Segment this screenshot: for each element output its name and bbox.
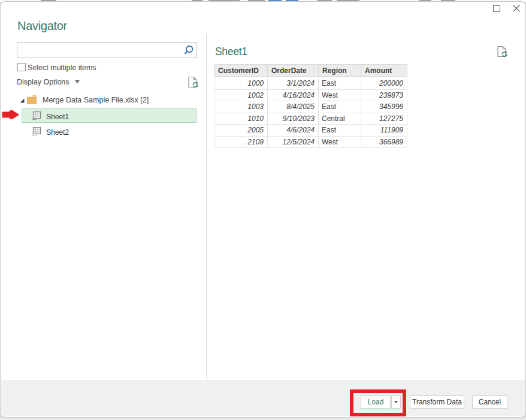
search-box[interactable] [17, 42, 197, 58]
cell-region: East [319, 125, 361, 137]
dialog-title: Navigator [17, 19, 67, 33]
column-header[interactable]: CustomerID [214, 64, 268, 77]
cell-region: East [319, 78, 361, 90]
navigator-dialog-screen: Navigator Select multiple items Display … [0, 0, 526, 420]
preview-title: Sheet1 [215, 46, 247, 58]
cell-region: West [319, 137, 361, 149]
cell-orderdate: 4/16/2024 [268, 90, 319, 102]
close-icon [512, 4, 521, 13]
cell-customerid: 1000 [214, 78, 268, 90]
cell-region: West [319, 90, 361, 102]
table-row: 1000 3/1/2024 East 200000 [214, 78, 407, 90]
folder-icon [27, 95, 37, 104]
tree-root-label[interactable]: Merge Data Sample File.xlsx [2] [43, 96, 149, 104]
cell-orderdate: 12/5/2024 [268, 137, 319, 149]
cancel-button-label: Cancel [479, 398, 501, 406]
search-input[interactable] [20, 43, 182, 57]
table-header-row: CustomerID OrderDate Region Amount [214, 64, 407, 77]
panel-divider [206, 34, 207, 379]
cell-amount: 127275 [361, 113, 407, 125]
cell-orderdate: 4/6/2024 [268, 125, 319, 137]
tree-item-sheet1-label[interactable]: Sheet1 [46, 113, 69, 121]
cell-amount: 239873 [361, 90, 407, 102]
cell-customerid: 1003 [214, 101, 268, 113]
worksheet-icon [32, 111, 41, 120]
cell-customerid: 2109 [214, 137, 268, 149]
background-bottom-sliver [0, 418, 526, 420]
table-row: 2005 4/6/2024 East 111909 [214, 125, 407, 137]
table-row: 1003 8/4/2025 East 345996 [214, 101, 407, 113]
column-header[interactable]: Amount [361, 64, 407, 77]
cell-amount: 111909 [361, 125, 407, 137]
column-header[interactable]: OrderDate [268, 64, 319, 77]
refresh-preview-icon[interactable] [497, 46, 507, 58]
cell-region: East [319, 101, 361, 113]
cell-orderdate: 8/4/2025 [268, 101, 319, 113]
cell-customerid: 1010 [214, 113, 268, 125]
table-row: 1002 4/16/2024 West 239873 [214, 90, 407, 102]
chevron-down-icon [75, 80, 80, 83]
maximize-button[interactable] [493, 5, 500, 12]
cell-customerid: 2005 [214, 125, 268, 137]
preview-table: CustomerID OrderDate Region Amount 1000 … [214, 64, 407, 148]
cell-amount: 366989 [361, 137, 407, 149]
red-box-annotation [350, 389, 406, 416]
search-icon[interactable] [183, 45, 194, 56]
tree-expander-icon[interactable] [20, 98, 25, 103]
refresh-preview-icon[interactable] [188, 76, 198, 88]
close-button[interactable] [512, 4, 521, 13]
cell-amount: 345996 [361, 101, 407, 113]
column-header[interactable]: Region [319, 64, 361, 77]
cancel-button[interactable]: Cancel [472, 395, 507, 409]
cell-orderdate: 9/10/2023 [268, 113, 319, 125]
transform-data-button[interactable]: Transform Data [410, 395, 464, 409]
tree-item-sheet2-label[interactable]: Sheet2 [46, 128, 69, 137]
transform-button-label: Transform Data [412, 398, 462, 406]
select-multiple-checkbox[interactable] [17, 63, 26, 71]
cell-amount: 200000 [361, 78, 407, 90]
cell-customerid: 1002 [214, 90, 268, 102]
table-row: 2109 12/5/2024 West 366989 [214, 137, 407, 149]
display-options-label: Display Options [17, 78, 69, 86]
table-row: 1010 9/10/2023 Central 127275 [214, 113, 407, 125]
worksheet-icon [32, 127, 41, 136]
cell-orderdate: 3/1/2024 [268, 78, 319, 90]
select-multiple-label: Select multiple items [28, 64, 96, 72]
cell-region: Central [319, 113, 361, 125]
red-arrow-annotation [2, 110, 19, 120]
display-options-dropdown[interactable]: Display Options [17, 78, 80, 86]
